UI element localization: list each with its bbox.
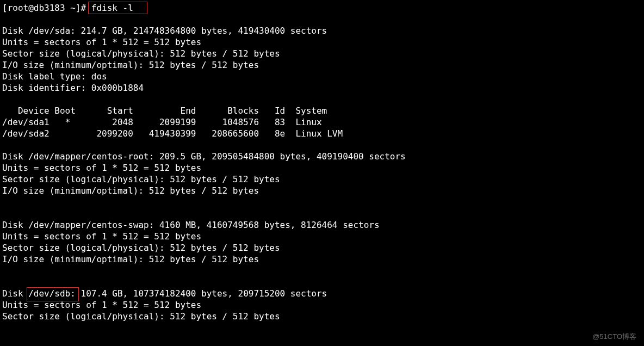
- mapper-swap-units: Units = sectors of 1 * 512 = 512 bytes: [2, 231, 201, 242]
- sda-ident: Disk identifier: 0x000b1884: [2, 83, 144, 93]
- ptable-head: Device Boot Start End Blocks Id System: [2, 106, 327, 116]
- sdb-sector: Sector size (logical/physical): 512 byte…: [2, 311, 280, 322]
- sda-io: I/O size (minimum/optimal): 512 bytes / …: [2, 60, 259, 70]
- sdb-header-pre: Disk: [2, 288, 28, 299]
- watermark: @51CTO博客: [592, 332, 636, 342]
- prompt-line[interactable]: [root@db3183 ~]# fdisk -l: [2, 3, 133, 13]
- sda-header: Disk /dev/sda: 214.7 GB, 214748364800 by…: [2, 26, 327, 36]
- sdb-units: Units = sectors of 1 * 512 = 512 bytes: [2, 300, 201, 310]
- sdb-device: /dev/sdb:: [28, 288, 76, 299]
- mapper-swap-sector: Sector size (logical/physical): 512 byte…: [2, 243, 280, 253]
- ptable-row: /dev/sda1 * 2048 2099199 1048576 83 Linu…: [2, 117, 322, 127]
- mapper-root-io: I/O size (minimum/optimal): 512 bytes / …: [2, 186, 259, 196]
- mapper-swap-io: I/O size (minimum/optimal): 512 bytes / …: [2, 254, 259, 264]
- mapper-root-sector: Sector size (logical/physical): 512 byte…: [2, 174, 280, 184]
- sdb-header-post: 107.4 GB, 107374182400 bytes, 209715200 …: [76, 288, 327, 299]
- prompt-prefix: [root@db3183 ~]#: [2, 3, 91, 13]
- ptable-row: /dev/sda2 2099200 419430399 208665600 8e…: [2, 128, 343, 139]
- mapper-root-units: Units = sectors of 1 * 512 = 512 bytes: [2, 163, 201, 173]
- sda-units: Units = sectors of 1 * 512 = 512 bytes: [2, 37, 201, 47]
- sda-label: Disk label type: dos: [2, 71, 107, 82]
- sdb-header: Disk /dev/sdb: 107.4 GB, 107374182400 by…: [2, 288, 327, 299]
- prompt-command: fdisk -l: [91, 3, 133, 13]
- mapper-root-header: Disk /dev/mapper/centos-root: 209.5 GB, …: [2, 151, 406, 162]
- mapper-swap-header: Disk /dev/mapper/centos-swap: 4160 MB, 4…: [2, 220, 380, 230]
- sda-sector: Sector size (logical/physical): 512 byte…: [2, 48, 280, 59]
- terminal-output: [root@db3183 ~]# fdisk -l Disk /dev/sda:…: [0, 0, 644, 345]
